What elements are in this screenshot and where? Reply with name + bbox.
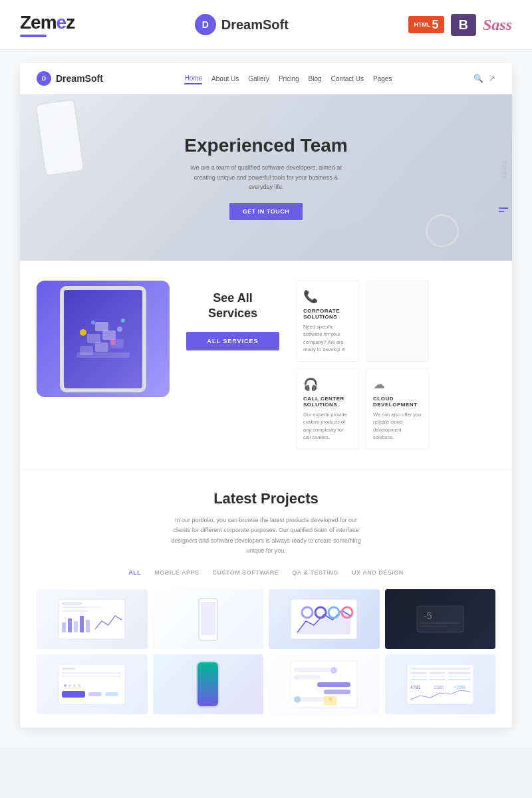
svg-rect-34	[62, 691, 85, 698]
dreamsoft-label: DreamSoft	[221, 17, 289, 33]
dashboard-svg	[55, 596, 128, 642]
chat-svg	[287, 658, 360, 711]
site-nav[interactable]: Home About Us Gallery Pricing Blog Conta…	[184, 73, 392, 84]
svg-rect-19	[80, 616, 84, 632]
project-card-5[interactable]	[37, 654, 148, 714]
svg-rect-55	[448, 672, 471, 674]
project-card-1[interactable]	[37, 589, 148, 649]
svg-rect-31	[62, 668, 75, 670]
side-lines	[499, 207, 508, 212]
service-cards-grid: 📞 CORPORATE SOLUTIONS Need specific soft…	[296, 281, 429, 450]
svg-rect-30	[59, 664, 125, 704]
svg-rect-57	[429, 676, 446, 677]
project-card-8-inner: 4781 2390 +15%	[385, 654, 496, 714]
share-icon[interactable]: ↗	[489, 74, 495, 83]
phone-screen-card2	[201, 602, 215, 635]
svg-rect-59	[410, 679, 427, 680]
svg-rect-15	[62, 610, 88, 612]
site-logo-text: DreamSoft	[56, 73, 103, 84]
call-center-icon: 🎧	[303, 377, 352, 392]
nav-icons: 🔍 ↗	[473, 74, 495, 83]
tablet-frame	[60, 286, 146, 392]
filter-all[interactable]: ALL	[128, 569, 141, 576]
project-card-4[interactable]: -5	[385, 589, 496, 649]
svg-point-40	[78, 684, 80, 687]
hero-cta-button[interactable]: GET IN TOUCH	[229, 203, 303, 220]
svg-rect-43	[294, 675, 321, 680]
nav-pricing[interactable]: Pricing	[279, 74, 299, 84]
cloud-desc: We can also offer you reliable cloud dev…	[373, 411, 422, 441]
filter-mobile[interactable]: MOBILE APPS	[154, 569, 199, 576]
project-card-3[interactable]	[269, 589, 380, 649]
projects-title: Latest Projects	[37, 490, 495, 507]
cloud-development-card: ☁ CLOUD DEVELOPMENT We can also offer yo…	[366, 368, 429, 450]
zemes-logo: Zemez	[20, 12, 74, 33]
filter-qa[interactable]: QA & TESTING	[292, 569, 338, 576]
html5-number: 5	[432, 19, 438, 31]
svg-point-10	[110, 340, 116, 345]
html5-badge: HTML 5	[408, 16, 444, 33]
bootstrap-label: B	[459, 17, 468, 32]
project-card-7[interactable]	[269, 654, 380, 714]
html-label: HTML	[414, 22, 430, 28]
dreamsoft-icon: D	[195, 14, 216, 35]
nav-home[interactable]: Home	[184, 73, 202, 84]
call-center-title: CALL CENTER SOLUTIONS	[303, 396, 352, 408]
dark-card-svg: -5	[414, 599, 467, 639]
search-icon[interactable]: 🔍	[473, 74, 483, 83]
nav-gallery[interactable]: Gallery	[248, 74, 269, 84]
project-card-2[interactable]	[153, 589, 264, 649]
earphone-decoration	[426, 214, 459, 247]
nav-about[interactable]: About Us	[211, 74, 239, 84]
svg-point-48	[294, 696, 301, 703]
svg-rect-13	[62, 602, 82, 604]
side-line-2	[499, 211, 504, 212]
project-card-6-inner	[153, 654, 264, 714]
svg-rect-17	[68, 618, 72, 632]
svg-rect-1	[80, 346, 93, 355]
site-logo-icon: D	[37, 71, 51, 86]
project-card-6[interactable]	[153, 654, 264, 714]
project-card-5-inner	[37, 654, 148, 714]
project-card-3-inner	[269, 589, 380, 649]
corporate-solutions-card: 📞 CORPORATE SOLUTIONS Need specific soft…	[296, 281, 359, 362]
svg-point-39	[73, 684, 76, 687]
projects-filter[interactable]: ALL MOBILE APPS CUSTOM SOFTWARE QA & TES…	[37, 569, 495, 576]
filter-ux[interactable]: UX AND DESIGN	[352, 569, 404, 576]
project-card-8[interactable]: 4781 2390 +15%	[385, 654, 496, 714]
tech-badges: HTML 5 B Sass	[408, 14, 512, 36]
call-center-card: 🎧 CALL CENTER SOLUTIONS Our experts prov…	[296, 368, 359, 450]
svg-rect-32	[62, 672, 122, 674]
phone-mockup-card2	[198, 598, 218, 641]
bootstrap-badge: B	[451, 14, 476, 36]
svg-rect-5	[102, 331, 116, 340]
filter-custom[interactable]: CUSTOM SOFTWARE	[212, 569, 279, 576]
side-line-1	[499, 207, 508, 209]
service-card-empty	[366, 281, 429, 362]
phone-decoration	[35, 98, 85, 176]
svg-rect-36	[105, 692, 118, 696]
svg-rect-45	[324, 690, 350, 694]
svg-rect-29	[420, 626, 447, 627]
svg-rect-58	[448, 676, 471, 677]
hero-title: Experienced Team	[183, 135, 349, 156]
svg-rect-4	[87, 334, 100, 343]
svg-rect-60	[429, 679, 446, 680]
website-frame: D DreamSoft Home About Us Gallery Pricin…	[20, 63, 512, 728]
nav-pages[interactable]: Pages	[373, 74, 392, 84]
all-services-button[interactable]: ALL SERVICES	[186, 332, 279, 350]
nav-blog[interactable]: Blog	[309, 74, 322, 84]
svg-rect-44	[317, 682, 350, 687]
svg-point-9	[91, 321, 95, 325]
project-card-7-inner	[269, 654, 380, 714]
nav-contact[interactable]: Contact Us	[331, 74, 364, 84]
table-svg: 4781 2390 +15%	[404, 661, 477, 708]
svg-point-37	[64, 684, 66, 687]
svg-text:+15%: +15%	[454, 685, 466, 690]
svg-rect-61	[448, 679, 471, 680]
svg-rect-6	[95, 322, 108, 331]
top-bar: Zemez D DreamSoft HTML 5 B Sass	[0, 0, 532, 50]
sass-label: Sass	[483, 16, 512, 33]
teal-phone	[196, 661, 219, 708]
svg-rect-53	[410, 672, 427, 674]
